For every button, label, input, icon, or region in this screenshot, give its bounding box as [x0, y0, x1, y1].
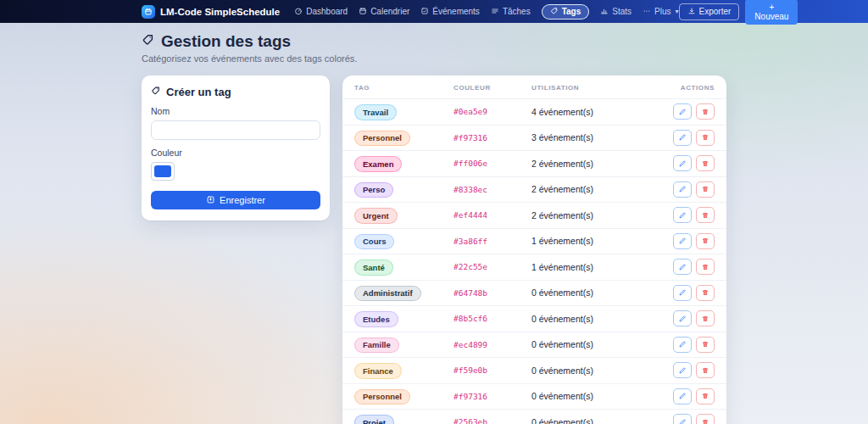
download-icon — [687, 7, 696, 17]
col-header-tag: TAG — [354, 84, 453, 92]
color-label: Couleur — [151, 148, 320, 158]
nav-item-tags[interactable]: Tags — [542, 4, 590, 20]
nav-item-stats[interactable]: Stats — [600, 7, 632, 17]
nav-actions: Exporter + Nouveau — [679, 0, 798, 25]
gauge-icon — [294, 7, 303, 17]
edit-tag-button[interactable] — [673, 285, 692, 301]
tag-usage: 0 événement(s) — [531, 391, 655, 401]
delete-tag-button[interactable] — [696, 130, 715, 146]
page-subtitle: Catégorisez vos événements avec des tags… — [142, 53, 726, 64]
tag-usage: 1 événement(s) — [531, 236, 655, 246]
nav-item-evenements[interactable]: Événements — [420, 7, 480, 17]
calendar-icon — [359, 7, 367, 17]
edit-tag-button[interactable] — [673, 181, 692, 198]
delete-tag-button[interactable] — [696, 414, 715, 424]
page-title-label: Gestion des tags — [161, 32, 291, 51]
save-tag-button[interactable]: Enregistrer — [151, 191, 320, 209]
tag-name-input[interactable] — [151, 120, 320, 140]
table-body: Travail #0ea5e9 4 événement(s) Personnel… — [342, 98, 726, 424]
edit-tag-button[interactable] — [673, 155, 692, 171]
new-button[interactable]: + Nouveau — [745, 0, 798, 25]
table-row: Examen #ff006e 2 événement(s) — [342, 150, 726, 176]
nav-item-dashboard[interactable]: Dashboard — [294, 7, 348, 17]
tag-icon — [151, 86, 161, 98]
create-tag-title-label: Créer un tag — [166, 86, 231, 98]
edit-tag-button[interactable] — [673, 130, 692, 146]
tag-usage: 0 événement(s) — [531, 417, 655, 424]
tag-pill: Santé — [354, 259, 393, 275]
table-row: Famille #ec4899 0 événement(s) — [342, 332, 726, 358]
name-label: Nom — [151, 106, 320, 116]
delete-tag-button[interactable] — [696, 310, 715, 326]
nav-item-calendrier[interactable]: Calendrier — [359, 7, 409, 17]
tag-pill: Famille — [354, 338, 399, 353]
tag-color-hex: #3a86ff — [453, 237, 531, 246]
edit-tag-button[interactable] — [673, 233, 692, 249]
tag-pill: Urgent — [354, 208, 398, 223]
tag-color-hex: #22c55e — [453, 262, 531, 271]
tag-pill: Examen — [354, 156, 402, 171]
delete-tag-button[interactable] — [696, 362, 715, 378]
delete-tag-button[interactable] — [696, 285, 715, 301]
tag-color-hex: #2563eb — [453, 417, 531, 424]
nav-menu: Dashboard Calendrier Événements Tâches T… — [294, 4, 678, 20]
edit-tag-button[interactable] — [673, 414, 692, 424]
delete-tag-button[interactable] — [696, 103, 715, 120]
table-row: Finance #f59e0b 0 événement(s) — [342, 357, 726, 383]
tag-icon — [550, 7, 559, 17]
delete-tag-button[interactable] — [696, 259, 715, 275]
chart-icon — [600, 7, 609, 17]
tag-usage: 2 événement(s) — [531, 184, 655, 194]
tag-pill: Travail — [354, 104, 397, 120]
tag-pill: Personnel — [354, 389, 410, 404]
delete-tag-button[interactable] — [696, 233, 715, 249]
export-button[interactable]: Exporter — [679, 3, 740, 20]
brand[interactable]: LM-Code SimpleSchedule — [142, 5, 280, 19]
table-row: Perso #8338ec 2 événement(s) — [342, 176, 726, 203]
edit-tag-button[interactable] — [673, 103, 692, 120]
tag-color-input[interactable] — [151, 162, 175, 181]
tag-color-hex: #ff006e — [453, 159, 531, 168]
tag-usage: 2 événement(s) — [531, 210, 655, 220]
tag-usage: 0 événement(s) — [531, 287, 655, 298]
delete-tag-button[interactable] — [696, 388, 715, 404]
tag-color-hex: #0ea5e9 — [453, 107, 531, 116]
col-header-couleur: COULEUR — [453, 84, 531, 92]
nav-item-plus[interactable]: Plus ▾ — [643, 7, 678, 17]
tag-color-hex: #64748b — [453, 288, 531, 298]
table-row: Santé #22c55e 1 événement(s) — [342, 254, 726, 280]
nav-item-taches[interactable]: Tâches — [491, 7, 531, 17]
tag-pill: Personnel — [354, 131, 410, 146]
tag-usage: 1 événement(s) — [531, 262, 655, 272]
tags-table-card: TAG COULEUR UTILISATION ACTIONS Travail … — [342, 75, 726, 424]
tag-pill: Etudes — [354, 311, 398, 326]
edit-tag-button[interactable] — [673, 337, 692, 353]
table-row: Cours #3a86ff 1 événement(s) — [342, 228, 726, 254]
col-header-actions: ACTIONS — [655, 84, 715, 92]
tasks-icon — [491, 7, 499, 17]
tag-usage: 4 événement(s) — [531, 107, 655, 117]
top-navbar: LM-Code SimpleSchedule Dashboard Calendr… — [0, 0, 868, 23]
delete-tag-button[interactable] — [696, 155, 715, 171]
edit-tag-button[interactable] — [673, 388, 692, 404]
table-row: Personnel #f97316 3 événement(s) — [342, 125, 726, 151]
tag-color-hex: #f59e0b — [453, 365, 531, 375]
table-row: Projet #2563eb 0 événement(s) — [342, 409, 726, 424]
tag-color-hex: #8b5cf6 — [453, 314, 531, 323]
tag-usage: 3 événement(s) — [531, 132, 655, 142]
edit-tag-button[interactable] — [673, 310, 692, 326]
delete-tag-button[interactable] — [696, 337, 715, 353]
create-tag-card: Créer un tag Nom Couleur Enregistrer — [142, 75, 330, 220]
delete-tag-button[interactable] — [696, 207, 715, 223]
export-label: Exporter — [699, 7, 732, 16]
save-icon — [206, 195, 215, 206]
tag-usage: 0 événement(s) — [531, 365, 655, 376]
edit-tag-button[interactable] — [673, 362, 692, 378]
edit-tag-button[interactable] — [673, 207, 692, 223]
main-content: Gestion des tags Catégorisez vos événeme… — [142, 32, 726, 424]
edit-tag-button[interactable] — [673, 259, 692, 275]
save-label: Enregistrer — [220, 195, 265, 205]
tag-pill: Administratif — [354, 286, 421, 301]
delete-tag-button[interactable] — [696, 181, 715, 198]
color-swatch — [154, 165, 171, 177]
